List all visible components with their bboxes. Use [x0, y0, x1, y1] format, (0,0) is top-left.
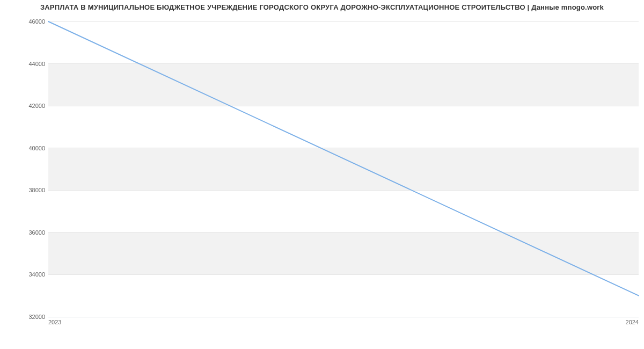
y-tick-label: 46000 — [28, 18, 45, 25]
grid-bands — [48, 64, 639, 275]
chart-title: ЗАРПЛАТА В МУНИЦИПАЛЬНОЕ БЮДЖЕТНОЕ УЧРЕЖ… — [0, 3, 644, 11]
y-tick-label: 34000 — [28, 271, 45, 278]
plot-area — [48, 21, 639, 317]
y-tick-label: 36000 — [28, 229, 45, 236]
chart-container: ЗАРПЛАТА В МУНИЦИПАЛЬНОЕ БЮДЖЕТНОЕ УЧРЕЖ… — [0, 0, 644, 349]
y-tick-label: 32000 — [28, 314, 45, 320]
x-axis-labels: 20232024 — [48, 319, 639, 330]
grid-band — [48, 64, 639, 106]
y-tick-label: 44000 — [28, 61, 45, 67]
x-tick-label: 2023 — [48, 319, 61, 325]
y-tick-label: 42000 — [28, 103, 45, 109]
y-axis-labels: 3200034000360003800040000420004400046000 — [0, 21, 45, 317]
plot-svg — [48, 21, 639, 317]
y-tick-label: 38000 — [28, 187, 45, 193]
grid-band — [48, 232, 639, 275]
grid-band — [48, 148, 639, 191]
y-tick-label: 40000 — [28, 145, 45, 151]
x-tick-label: 2024 — [626, 319, 639, 325]
